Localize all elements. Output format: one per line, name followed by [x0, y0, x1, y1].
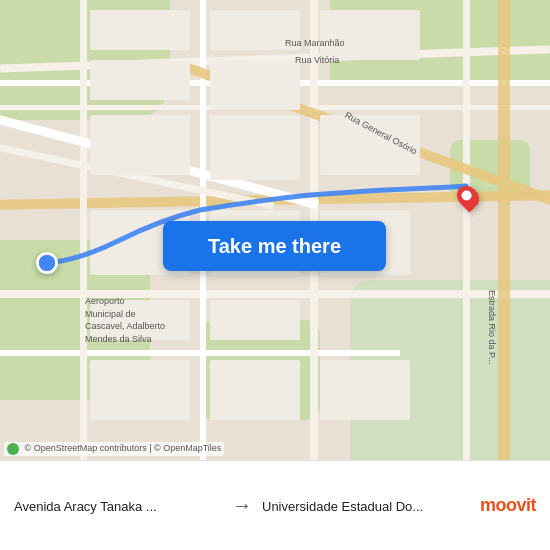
attribution-text: © OpenStreetMap contributors | © OpenMap…: [25, 443, 222, 453]
origin-marker-inner: [39, 255, 55, 271]
road-major: [498, 0, 510, 460]
from-value: Avenida Aracy Tanaka ...: [14, 499, 222, 514]
city-block: [210, 60, 300, 110]
moovit-logo: moovit: [480, 495, 536, 516]
destination-pin-dot: [460, 189, 474, 203]
city-block: [90, 360, 190, 420]
city-block: [210, 360, 300, 420]
city-block: [90, 300, 190, 340]
city-block: [210, 115, 300, 180]
footer: Avenida Aracy Tanaka ... → Universidade …: [0, 460, 550, 550]
city-block: [210, 300, 300, 340]
city-block: [90, 10, 190, 50]
map-attribution: © OpenStreetMap contributors | © OpenMap…: [4, 442, 224, 456]
take-me-there-button[interactable]: Take me there: [163, 221, 386, 271]
city-block: [90, 115, 190, 175]
arrow-right-icon: →: [232, 494, 252, 517]
city-block: [210, 10, 300, 50]
road: [463, 0, 470, 460]
osm-icon: [7, 443, 19, 455]
city-block: [320, 115, 420, 175]
map-container[interactable]: Rua Maranhão Rua Vitória Rua General Osó…: [0, 0, 550, 460]
to-value: Universidade Estadual Do...: [262, 499, 470, 514]
take-me-there-label: Take me there: [208, 235, 341, 258]
city-block: [90, 60, 190, 100]
destination-marker: [458, 185, 478, 209]
city-block: [320, 360, 410, 420]
footer-to: Universidade Estadual Do...: [262, 497, 470, 514]
origin-marker: [36, 252, 58, 274]
app: Rua Maranhão Rua Vitória Rua General Osó…: [0, 0, 550, 550]
moovit-text: moovit: [480, 495, 536, 516]
footer-from: Avenida Aracy Tanaka ...: [14, 497, 222, 514]
road: [80, 0, 87, 460]
city-block: [320, 10, 420, 60]
